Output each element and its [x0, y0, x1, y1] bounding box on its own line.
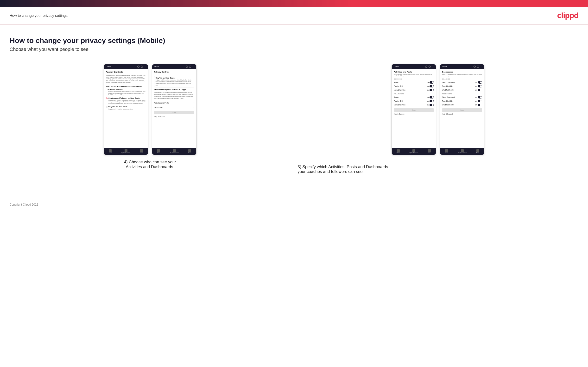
- bottom-nav-3: Home My Performance Menu: [392, 148, 436, 155]
- toggle-practice-followers-switch[interactable]: ON: [427, 100, 434, 102]
- home-icon-3: [397, 149, 400, 152]
- header-icons-4: …: [474, 66, 482, 68]
- save-button-4[interactable]: Save: [442, 108, 482, 112]
- search-icon-2[interactable]: [186, 66, 188, 68]
- toggle-round-insights-followers-switch[interactable]: ON: [475, 100, 482, 102]
- toggle-switch-3[interactable]: [430, 89, 434, 91]
- toggle-practice-followers[interactable]: Practice Drills ON: [394, 99, 434, 103]
- search-icon-3[interactable]: [425, 66, 427, 68]
- nav-performance-label-3: My Performance: [410, 152, 418, 153]
- toggle-switch-6[interactable]: [430, 104, 434, 106]
- menu-icon: [140, 149, 143, 152]
- nav-performance-3[interactable]: My Performance: [410, 149, 418, 153]
- nav-home-4[interactable]: Home: [445, 149, 448, 153]
- nav-activities-label: Activities and Posts: [154, 102, 169, 104]
- toggle-rounds-coaches[interactable]: Rounds ON: [394, 80, 434, 84]
- nav-performance-label-4: My Performance: [458, 152, 467, 153]
- nav-menu-4[interactable]: Menu: [476, 149, 480, 153]
- nav-home-2[interactable]: Home: [157, 149, 160, 153]
- nav-activities-arrow: ›: [194, 102, 194, 104]
- nav-home-1[interactable]: Home: [109, 149, 112, 153]
- nav-menu-label-2: Menu: [188, 152, 191, 153]
- toggle-rounds-followers[interactable]: Rounds ON: [394, 95, 434, 99]
- nav-menu-3[interactable]: Menu: [428, 149, 431, 153]
- toggle-rounds-followers-switch[interactable]: ON: [427, 96, 434, 99]
- footer: Copyright Clippd 2022: [0, 198, 588, 211]
- performance-icon: [125, 149, 128, 152]
- copyright: Copyright Clippd 2022: [10, 203, 38, 206]
- toggle-player-dash-coaches[interactable]: Player Dashboard ON: [442, 80, 482, 84]
- more-icon-2[interactable]: …: [192, 66, 194, 68]
- person-icon-3[interactable]: [429, 66, 431, 68]
- header-icons-3: …: [425, 66, 434, 68]
- toggle-on-text-2: ON: [427, 85, 429, 87]
- toggle-what-to-work-coaches[interactable]: What To Work On ON: [442, 88, 482, 92]
- toggle-switch-4[interactable]: [430, 96, 434, 99]
- more-icon-3[interactable]: …: [432, 66, 434, 68]
- toggle-switch-d6[interactable]: [478, 104, 482, 106]
- nav-home-3[interactable]: Home: [397, 149, 400, 153]
- toggle-switch-d1[interactable]: [478, 81, 482, 83]
- toggle-player-dash-coaches-switch[interactable]: ON: [475, 81, 482, 83]
- nav-menu-1[interactable]: Menu: [140, 149, 143, 153]
- toggle-practice-coaches-switch[interactable]: ON: [427, 85, 434, 87]
- back-button-3[interactable]: ‹ Back: [394, 66, 399, 68]
- toggle-what-to-work-followers[interactable]: What To Work On ON: [442, 103, 482, 107]
- toggle-switch-d2[interactable]: [478, 85, 482, 87]
- toggle-rounds-coaches-switch[interactable]: ON: [427, 81, 434, 83]
- toggle-on-d6: ON: [475, 104, 477, 106]
- toggle-what-to-work-coaches-switch[interactable]: ON: [475, 89, 482, 91]
- more-icon-4[interactable]: …: [480, 66, 482, 68]
- coaches-label-4: COACHES: [442, 78, 482, 80]
- save-button-3[interactable]: Save: [394, 108, 434, 112]
- nav-dashboards[interactable]: Dashboards ›: [154, 105, 194, 109]
- toggle-switch-5[interactable]: [430, 100, 434, 102]
- toggle-manual-coaches-switch[interactable]: ON: [427, 89, 434, 91]
- performance-icon-3: [412, 149, 415, 152]
- toggle-manual-coaches[interactable]: Manual Activities ON: [394, 88, 434, 92]
- radio-circle-approved: [106, 98, 107, 99]
- person-icon-2[interactable]: [189, 66, 191, 68]
- toggle-switch-d4[interactable]: [478, 96, 482, 99]
- save-button-2[interactable]: Save: [154, 111, 194, 114]
- toggle-on-d5: ON: [475, 100, 477, 102]
- toggle-on-d2: ON: [475, 85, 477, 87]
- toggle-manual-followers-switch[interactable]: ON: [427, 104, 434, 106]
- toggle-switch-d5[interactable]: [478, 100, 482, 102]
- person-icon[interactable]: [141, 66, 143, 68]
- toggle-what-to-work-followers-switch[interactable]: ON: [475, 104, 482, 106]
- help-label-3: Help & Support: [394, 113, 434, 115]
- more-icon[interactable]: …: [144, 66, 146, 68]
- toggle-manual-followers[interactable]: Manual Activities ON: [394, 103, 434, 107]
- toggle-player-dash-followers-switch[interactable]: ON: [475, 96, 482, 99]
- toggle-switch[interactable]: [430, 81, 434, 83]
- toggle-round-insights-coaches-switch[interactable]: ON: [475, 85, 482, 87]
- back-button-4[interactable]: ‹ Back: [442, 66, 447, 68]
- radio-only-you[interactable]: Only You and Your Coach Only you and the…: [106, 106, 146, 110]
- radio-approved[interactable]: Only Approved Followers and Your Coach O…: [106, 97, 146, 104]
- nav-performance-4[interactable]: My Performance: [458, 149, 467, 153]
- toggle-switch-d3[interactable]: [478, 89, 482, 91]
- toggle-player-dash-followers[interactable]: Player Dashboard ON: [442, 95, 482, 99]
- mobile-header-3: ‹ Back …: [392, 64, 436, 69]
- toggle-practice-coaches[interactable]: Practice Drills ON: [394, 84, 434, 88]
- toggle-round-insights-coaches[interactable]: Round Insights ON: [442, 84, 482, 88]
- show-hide-desc: Regardless of the privacy controls that …: [154, 92, 194, 100]
- manual-followers-label: Manual Activities: [394, 104, 405, 106]
- nav-menu-label-1: Menu: [140, 152, 143, 153]
- nav-performance-1[interactable]: My Performance: [121, 149, 130, 153]
- search-icon-4[interactable]: [474, 66, 476, 68]
- nav-activities[interactable]: Activities and Posts ›: [154, 101, 194, 105]
- nav-menu-2[interactable]: Menu: [188, 149, 191, 153]
- person-icon-4[interactable]: [477, 66, 479, 68]
- toggle-round-insights-followers[interactable]: Round Insights ON: [442, 99, 482, 103]
- search-icon[interactable]: [137, 66, 139, 68]
- back-button-2[interactable]: ‹ Back: [154, 66, 159, 68]
- nav-performance-2[interactable]: My Performance: [170, 149, 179, 153]
- who-can-see-title: Who Can See Your Activities and Dashboar…: [106, 85, 146, 87]
- back-button-1[interactable]: ‹ Back: [106, 66, 111, 68]
- what-to-work-coaches-label: What To Work On: [442, 89, 454, 91]
- toggle-switch-2[interactable]: [430, 85, 434, 87]
- info-box-title: Only You and Your Coach: [156, 77, 193, 79]
- radio-everyone[interactable]: Everyone on Clippd Everyone on Clippd ca…: [106, 88, 146, 96]
